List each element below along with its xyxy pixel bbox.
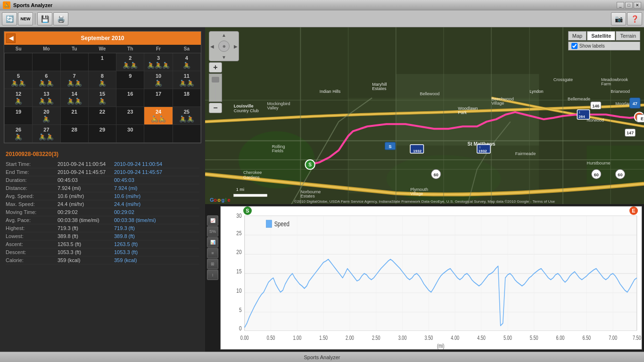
calendar-day-cell[interactable]: 9 — [116, 71, 144, 89]
calendar-day-cell[interactable]: 24🚴🚴 — [144, 107, 173, 125]
minimize-button[interactable]: _ — [617, 2, 624, 8]
calendar-day-cell[interactable]: 2🚴🚴 — [116, 53, 144, 71]
calendar-day-cell[interactable]: 18 — [173, 89, 200, 107]
calendar-day-cell[interactable]: 20🚴 — [33, 107, 60, 125]
calendar-day-cell[interactable]: 21 — [60, 107, 88, 125]
stat-label: Ascent: — [6, 241, 58, 247]
stats-panel: 20100928-083220(3) Start Time:2010-09-24… — [0, 147, 205, 352]
stat-row: Avg. Pace:00:03:38 (time/mi)00:03:38 (ti… — [6, 216, 199, 224]
svg-text:1.00: 1.00 — [293, 335, 301, 341]
calendar-day-number: 30 — [117, 127, 143, 132]
stat-label: Avg. Pace: — [6, 217, 58, 223]
map-area[interactable]: S E Louisville Country Club Mockingbird … — [205, 27, 644, 204]
stat-row: Lowest:389.8 (ft)389.8 (ft) — [6, 232, 199, 240]
bike-ride-icon: 🚴 — [46, 80, 54, 87]
svg-text:20: 20 — [236, 248, 242, 255]
chart-btn-5[interactable]: ⊞ — [207, 259, 218, 269]
bike-ride-icon: 🚴 — [18, 80, 26, 87]
calendar-day-cell[interactable]: 11🚴🚴 — [173, 71, 200, 89]
calendar-day-number: 3 — [145, 55, 171, 61]
stat-label: Start Time: — [6, 161, 58, 167]
map-background: S E Louisville Country Club Mockingbird … — [205, 27, 644, 204]
map-pan-down[interactable]: ▼ — [222, 55, 226, 60]
map-type-terrain[interactable]: Terrain — [616, 31, 640, 41]
svg-text:30: 30 — [236, 212, 242, 219]
bike-ride-icon: 🚴 — [46, 98, 54, 105]
calendar-day-cell[interactable]: 29 — [88, 125, 116, 143]
calendar-day-cell — [60, 53, 88, 71]
map-pan-up[interactable]: ▲ — [222, 33, 226, 38]
calendar-day-cell — [144, 125, 173, 143]
calendar-day-number: 29 — [90, 127, 115, 132]
chart-btn-1[interactable]: 📈 — [207, 215, 218, 226]
calendar-day-cell[interactable]: 8🚴 — [88, 71, 116, 89]
camera-button[interactable]: 📷 — [611, 12, 626, 25]
stat-row: Ascent:1263.5 (ft)1263.5 (ft) — [6, 240, 199, 248]
calendar-day-cell[interactable]: 13🚴🚴 — [33, 89, 60, 107]
chart-btn-3[interactable]: 📊 — [207, 237, 218, 247]
bike-ride-icon: 🚴 — [155, 62, 162, 69]
calendar-day-cell[interactable]: 10🚴 — [144, 71, 173, 89]
svg-text:1932: 1932 — [413, 149, 421, 153]
calendar-day-cell[interactable]: 1 — [88, 53, 116, 71]
stat-value-highlight: 00:03:38 (time/mi) — [114, 217, 156, 223]
map-pan-left[interactable]: ◀ — [210, 44, 214, 49]
print-button[interactable]: 🖨️ — [53, 12, 68, 25]
calendar-day-cell[interactable]: 16 — [116, 89, 144, 107]
stat-row: Avg. Speed:10.6 (mi/hr)10.6 (mi/hr) — [6, 192, 199, 200]
svg-text:15: 15 — [236, 268, 242, 275]
map-pan-right[interactable]: ▶ — [234, 44, 238, 49]
calendar-day-cell[interactable]: 30 — [116, 125, 144, 143]
calendar-day-cell[interactable]: 17 — [144, 89, 173, 107]
calendar-day-cell[interactable]: 7🚴🚴 — [60, 71, 88, 89]
svg-text:Park: Park — [458, 110, 467, 115]
svg-text:4.00: 4.00 — [451, 335, 459, 341]
map-zoom-out[interactable]: − — [209, 103, 222, 113]
svg-text:o: o — [217, 197, 221, 203]
calendar-day-cell[interactable]: 25🚴🚴 — [173, 107, 200, 125]
calendar-day-header: Fr — [144, 45, 173, 53]
map-type-map[interactable]: Map — [568, 31, 586, 41]
calendar-day-cell[interactable]: 5🚴🚴 — [5, 71, 33, 89]
calendar-day-cell[interactable]: 26🚴 — [5, 125, 33, 143]
svg-text:Bellewood: Bellewood — [420, 91, 439, 96]
show-labels-option[interactable]: Show labels — [568, 41, 640, 50]
help-button[interactable]: ❓ — [627, 12, 642, 25]
stat-value: 7.924 (mi) — [58, 185, 114, 191]
calendar-day-cell[interactable]: 15🚴 — [88, 89, 116, 107]
svg-text:6.50: 6.50 — [582, 335, 591, 341]
calendar-day-cell[interactable]: 6🚴🚴 — [33, 71, 60, 89]
calendar-day-cell[interactable]: 3🚴🚴🚴 — [144, 53, 173, 71]
map-zoom-in[interactable]: + — [209, 62, 222, 73]
refresh-button[interactable]: 🔄 — [2, 12, 17, 25]
chart-container: S E — [220, 206, 642, 350]
calendar-prev-button[interactable]: ◀ — [6, 33, 16, 43]
calendar-day-cell[interactable]: 28 — [60, 125, 88, 143]
save-button[interactable]: 💾 — [37, 12, 52, 25]
svg-text:264: 264 — [578, 115, 585, 119]
calendar-day-cell[interactable]: 4🚴 — [173, 53, 200, 71]
maximize-button[interactable]: □ — [625, 2, 633, 8]
svg-text:147: 147 — [627, 131, 634, 135]
calendar-day-number: 16 — [117, 91, 143, 97]
chart-btn-4[interactable]: ≡ — [207, 248, 218, 258]
calendar-day-cell[interactable]: 22 — [88, 107, 116, 125]
calendar-day-cell[interactable]: 27🚴🚴 — [33, 125, 60, 143]
calendar-day-cell[interactable]: 19 — [5, 107, 33, 125]
map-type-satellite[interactable]: Satellite — [587, 31, 615, 41]
new-button[interactable]: NEW — [18, 12, 33, 25]
close-button[interactable]: ✕ — [634, 2, 641, 8]
calendar-day-cell[interactable]: 14🚴🚴 — [60, 89, 88, 107]
calendar-week-row: 1920🚴21222324🚴🚴25🚴🚴 — [5, 107, 201, 125]
stat-value-highlight: 2010-09-24 11:00:54 — [114, 161, 162, 167]
stat-value-highlight: 2010-09-24 11:45:57 — [114, 169, 162, 175]
calendar: ◀ September 2010 ▶ SuMoTuWeThFrSa 12🚴🚴3🚴… — [4, 31, 201, 143]
bike-ride-icon: 🚴 — [158, 115, 166, 123]
calendar-day-cell[interactable]: 12🚴 — [5, 89, 33, 107]
chart-btn-6[interactable]: ↕ — [207, 270, 218, 280]
map-nav-center[interactable]: ⊕ — [218, 41, 230, 52]
show-labels-checkbox[interactable] — [571, 43, 578, 49]
chart-btn-2[interactable]: S% — [207, 226, 218, 237]
calendar-day-cell[interactable]: 23 — [116, 107, 144, 125]
map-zoom-slider[interactable] — [209, 74, 222, 102]
